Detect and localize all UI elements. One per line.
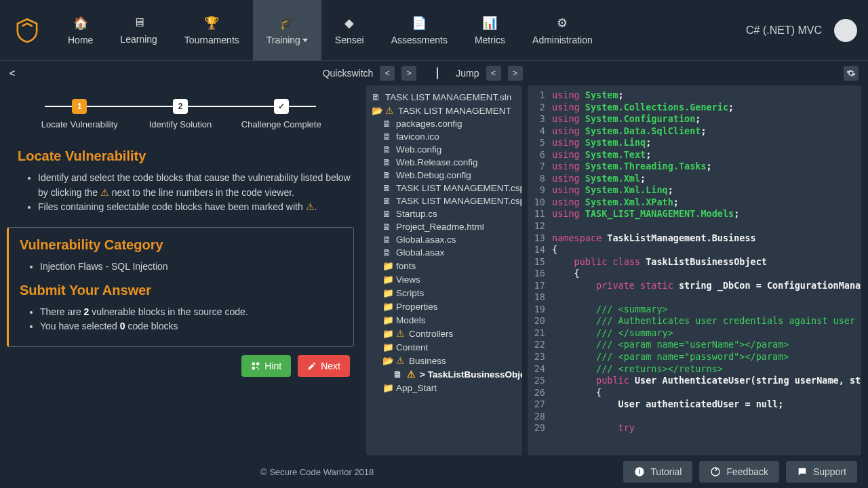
- code-line[interactable]: 4using System.Data.SqlClient;: [528, 125, 861, 138]
- code-line[interactable]: 29 try: [528, 422, 861, 434]
- info-icon: i: [634, 466, 645, 477]
- line-number: 22: [528, 339, 552, 351]
- nav-metrics[interactable]: 📊Metrics: [461, 0, 519, 60]
- code-line[interactable]: 28: [528, 411, 861, 423]
- line-number: 2: [528, 102, 552, 114]
- instruction-2: Files containing selectable code blocks …: [38, 200, 354, 215]
- tree-item[interactable]: 🗎Project_Readme.html: [370, 220, 518, 233]
- code-line[interactable]: 24 /// <returns></returns>: [528, 363, 861, 375]
- nav-sensei[interactable]: ◆Sensei: [321, 0, 378, 60]
- category-value: Injection Flaws - SQL Injection: [40, 260, 342, 274]
- tree-item-label: Scripts: [396, 288, 424, 298]
- tree-item[interactable]: 🗎Web.config: [370, 143, 518, 156]
- tree-item[interactable]: 📂⚠Business: [370, 354, 518, 367]
- line-number: 1: [528, 89, 552, 102]
- tree-item[interactable]: 🗎Global.asax.cs: [370, 233, 518, 246]
- tree-item[interactable]: 📁Models: [370, 313, 518, 327]
- folder-icon: 📁: [382, 328, 392, 339]
- language-label[interactable]: C# (.NET) MVC: [746, 24, 822, 37]
- tree-item[interactable]: 📁Properties: [370, 300, 518, 313]
- chat-icon: [797, 466, 808, 477]
- quickswitch-prev[interactable]: <: [380, 66, 395, 81]
- sub-toolbar: < Quickswitch < > Jump < >: [0, 61, 868, 85]
- nav-administration[interactable]: ⚙Administration: [519, 0, 606, 60]
- step-3[interactable]: ✓ Challenge Complete: [231, 99, 331, 129]
- code-line[interactable]: 17 private static string _DbCon = Config…: [528, 280, 861, 292]
- code-line[interactable]: 10using System.Xml.XPath;: [528, 197, 861, 209]
- code-line[interactable]: 13namespace TaskListManagement.Business: [528, 232, 861, 245]
- tree-item[interactable]: 📁fonts: [370, 259, 518, 272]
- code-line[interactable]: 26 {: [528, 387, 861, 399]
- file-tree[interactable]: 🗎TASK LIST MANAGEMENT.sln📂⚠TASK LIST MAN…: [366, 85, 522, 455]
- feedback-button[interactable]: Feedback: [699, 461, 778, 483]
- tree-item[interactable]: 🗎TASK LIST MANAGEMENT.sln: [370, 91, 518, 104]
- warning-icon: ⚠: [407, 369, 416, 380]
- tree-item[interactable]: 🗎⚠> TaskListBusinessObject.cs: [370, 367, 518, 381]
- tree-item[interactable]: 📁Content: [370, 340, 518, 354]
- nav-assessments[interactable]: 📄Assessments: [378, 0, 461, 60]
- code-line[interactable]: 23 /// <param name="password"></param>: [528, 351, 861, 363]
- code-line[interactable]: 18: [528, 291, 861, 304]
- tree-item[interactable]: 🗎Web.Release.config: [370, 156, 518, 169]
- jump-next[interactable]: >: [508, 66, 523, 81]
- code-line[interactable]: 3using System.Configuration;: [528, 113, 861, 125]
- code-line[interactable]: 25 public User AuthenticateUser(string u…: [528, 375, 861, 387]
- nav-learning[interactable]: 🖥Learning: [106, 0, 171, 60]
- tree-item[interactable]: 🗎favicon.ico: [370, 130, 518, 143]
- settings-button[interactable]: [844, 66, 859, 81]
- tree-item[interactable]: 📁⚠Controllers: [370, 327, 518, 340]
- window-icon[interactable]: [437, 68, 438, 79]
- tree-item[interactable]: 🗎Global.asax: [370, 246, 518, 259]
- nav-tournaments[interactable]: 🏆Tournaments: [171, 0, 253, 60]
- file-icon: 🗎: [382, 170, 392, 180]
- nav-training[interactable]: 🎓Training: [253, 0, 321, 60]
- code-line[interactable]: 6using System.Text;: [528, 149, 861, 161]
- tree-item[interactable]: 🗎TASK LIST MANAGEMENT.csproj: [370, 182, 518, 195]
- code-line[interactable]: 7using System.Threading.Tasks;: [528, 161, 861, 173]
- tree-item[interactable]: 🗎TASK LIST MANAGEMENT.csproj.user: [370, 195, 518, 207]
- tutorial-button[interactable]: i Tutorial: [623, 461, 692, 483]
- back-button[interactable]: <: [9, 68, 15, 79]
- tree-item[interactable]: 📁Scripts: [370, 286, 518, 300]
- support-button[interactable]: Support: [786, 461, 857, 483]
- code-line[interactable]: 11using TASK_LIST_MANAGEMENT.Models;: [528, 208, 861, 220]
- code-line[interactable]: 16 {: [528, 268, 861, 280]
- line-number: 20: [528, 315, 552, 327]
- step-1[interactable]: 1 Locate Vulnerability: [30, 99, 130, 129]
- code-line[interactable]: 8using System.Xml;: [528, 173, 861, 185]
- warning-icon: ⚠: [396, 355, 405, 366]
- nav-home[interactable]: 🏠Home: [54, 0, 106, 60]
- file-icon: 🗎: [382, 144, 392, 155]
- code-line[interactable]: 12: [528, 220, 861, 232]
- tree-item[interactable]: 🗎Web.Debug.config: [370, 169, 518, 182]
- code-line[interactable]: 9using System.Xml.Linq;: [528, 184, 861, 197]
- code-line[interactable]: 15 public class TaskListBusinessObject: [528, 256, 861, 268]
- jump-prev[interactable]: <: [486, 66, 501, 81]
- quickswitch-next[interactable]: >: [401, 66, 416, 81]
- svg-rect-1: [256, 363, 259, 365]
- tree-item[interactable]: 📂⚠TASK LIST MANAGEMENT: [370, 104, 518, 117]
- hint-button[interactable]: Hint: [241, 355, 291, 377]
- code-line[interactable]: 22 /// <param name="userName"></param>: [528, 339, 861, 351]
- code-line[interactable]: 2using System.Collections.Generic;: [528, 102, 861, 114]
- svg-point-7: [711, 468, 719, 476]
- tree-item[interactable]: 📁App_Start: [370, 381, 518, 394]
- tree-item[interactable]: 📁Views: [370, 272, 518, 286]
- code-line[interactable]: 5using System.Linq;: [528, 137, 861, 149]
- stepper: 1 Locate Vulnerability 2 Identify Soluti…: [30, 99, 331, 129]
- code-line[interactable]: 19 /// <summary>: [528, 304, 861, 316]
- code-line[interactable]: 14{: [528, 244, 861, 256]
- tree-item[interactable]: 🗎packages.config: [370, 117, 518, 130]
- code-line[interactable]: 20 /// Authenticates user credentials ag…: [528, 315, 861, 327]
- code-line[interactable]: 1using System;: [528, 89, 861, 102]
- code-viewer[interactable]: 1using System;2using System.Collections.…: [528, 85, 861, 455]
- tree-item-label: Web.Release.config: [396, 157, 478, 167]
- code-line[interactable]: 21 /// </summary>: [528, 327, 861, 340]
- avatar[interactable]: [834, 19, 857, 42]
- next-button[interactable]: Next: [298, 355, 350, 377]
- code-line[interactable]: 27 User authenticatedUser = null;: [528, 399, 861, 411]
- tree-item[interactable]: 🗎Startup.cs: [370, 207, 518, 220]
- step-1-box: 1: [72, 99, 87, 114]
- step-2[interactable]: 2 Identify Solution: [131, 99, 231, 129]
- line-number: 12: [528, 220, 552, 232]
